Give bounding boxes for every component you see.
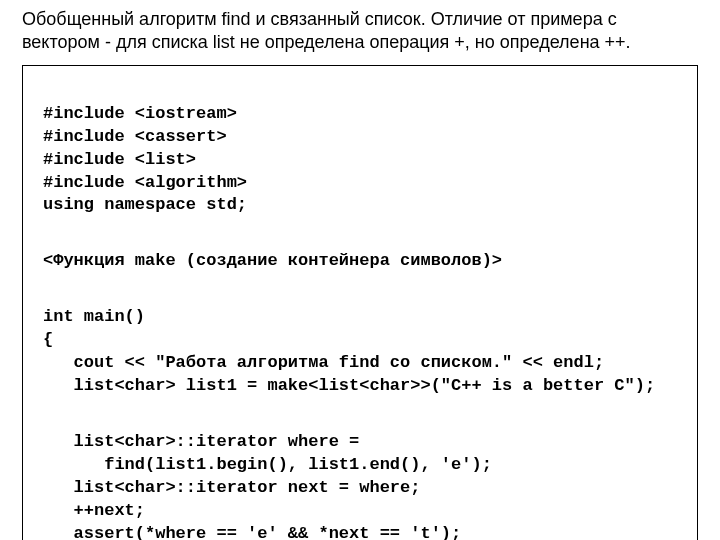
code-line: #include <cassert> xyxy=(43,127,227,146)
code-line: assert(*where == 'e' && *next == 't'); xyxy=(43,524,461,540)
code-line: find(list1.begin(), list1.end(), 'e'); xyxy=(43,455,492,474)
code-line: list<char>::iterator where = xyxy=(43,432,359,451)
code-line: { xyxy=(43,330,53,349)
code-line: #include <list> xyxy=(43,150,196,169)
caption-text: Обобщенный алгоритм find и связанный спи… xyxy=(22,8,698,55)
code-box: #include <iostream> #include <cassert> #… xyxy=(22,65,698,540)
code-line: ++next; xyxy=(43,501,145,520)
code-listing: #include <iostream> #include <cassert> #… xyxy=(43,80,677,540)
code-line: list<char> list1 = make<list<char>>("C++… xyxy=(43,376,655,395)
code-line: <Функция make (создание контейнера симво… xyxy=(43,251,502,270)
code-line: int main() xyxy=(43,307,145,326)
code-line: #include <iostream> xyxy=(43,104,237,123)
code-line: list<char>::iterator next = where; xyxy=(43,478,420,497)
code-line: #include <algorithm> xyxy=(43,173,247,192)
code-line: cout << "Работа алгоритма find со списко… xyxy=(43,353,604,372)
code-line: using namespace std; xyxy=(43,195,247,214)
slide-page: Обобщенный алгоритм find и связанный спи… xyxy=(0,0,720,540)
